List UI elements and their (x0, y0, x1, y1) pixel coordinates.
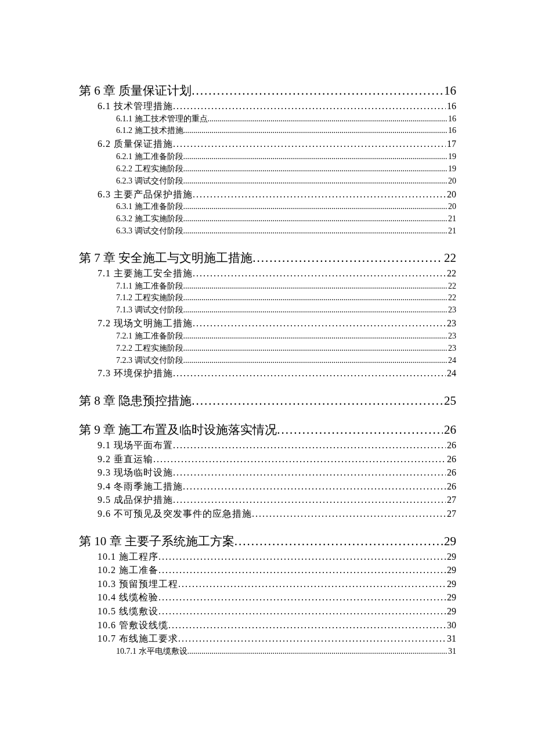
toc-title: 6.1.1 施工技术管理的重点 (116, 114, 208, 125)
toc-title: 9.5 成品保护措施 (98, 494, 173, 506)
toc-leader: ........................................… (158, 550, 446, 563)
toc-leader: ........................................… (183, 226, 448, 237)
toc-leader: ........................................… (183, 343, 448, 354)
toc-entry: 9.6 不可预见及突发事件的应急措施......................… (98, 507, 456, 520)
toc-title: 9.2 垂直运输 (98, 453, 153, 466)
toc-page-number: 22 (446, 267, 456, 280)
toc-page-number: 29 (446, 605, 456, 618)
toc-leader: ........................................… (183, 125, 448, 136)
toc-leader: ........................................… (183, 480, 446, 493)
toc-page-number: 16 (447, 114, 456, 125)
toc-title: 9.6 不可预见及突发事件的应急措施 (98, 507, 252, 520)
toc-entry: 10.5 线缆敷设...............................… (98, 605, 456, 618)
toc-container: 第 6 章 质量保证计划............................… (79, 70, 456, 658)
toc-entry: 6.3.1 施工准备阶段............................… (116, 201, 456, 213)
toc-leader: ........................................… (178, 578, 446, 591)
toc-entry: 第 7 章 安全施工与文明施工措施.......................… (79, 250, 456, 266)
toc-page-number: 31 (447, 646, 456, 657)
toc-page-number: 29 (446, 550, 456, 563)
toc-entry: 6.1.1 施工技术管理的重点.........................… (116, 114, 456, 125)
toc-title: 第 9 章 施工布置及临时设施落实情况 (79, 422, 277, 438)
toc-leader: ........................................… (187, 646, 448, 657)
toc-page-number: 26 (446, 466, 456, 479)
toc-page-number: 21 (447, 226, 456, 237)
toc-entry: 6.1 技术管理措施..............................… (98, 100, 456, 113)
toc-leader: ........................................… (183, 355, 448, 366)
toc-page-number: 23 (446, 317, 456, 330)
toc-entry: 7.1.2 工程实施阶段............................… (116, 293, 456, 304)
toc-entry: 10.7.1 水平电缆敷设...........................… (116, 646, 456, 657)
toc-entry: 10.3 预留预埋工程.............................… (98, 578, 456, 591)
toc-title: 10.4 线缆检验 (98, 591, 158, 604)
toc-leader: ........................................… (192, 84, 443, 98)
toc-page-number: 23 (447, 343, 456, 354)
toc-title: 7.3 环境保护措施 (98, 367, 173, 380)
toc-leader: ........................................… (183, 164, 448, 175)
toc-entry: 10.1 施工程序...............................… (98, 550, 456, 563)
toc-title: 6.2 质量保证措施 (98, 138, 173, 150)
toc-entry: 9.5 成品保护措施..............................… (98, 494, 456, 506)
toc-page-number: 19 (447, 152, 456, 163)
toc-title: 10.7.1 水平电缆敷设 (116, 646, 187, 657)
toc-entry: 7.1.1 施工准备阶段............................… (116, 281, 456, 292)
toc-page-number: 26 (446, 439, 456, 452)
toc-title: 7.1.2 工程实施阶段 (116, 293, 183, 304)
toc-page-number: 20 (447, 201, 456, 213)
toc-title: 第 7 章 安全施工与文明施工措施 (79, 250, 252, 266)
toc-page-number: 16 (447, 125, 456, 136)
toc-leader: ........................................… (173, 494, 446, 506)
toc-page-number: 19 (447, 164, 456, 175)
toc-page-number: 26 (446, 453, 456, 466)
toc-title: 第 8 章 隐患预控措施 (79, 393, 192, 409)
toc-title: 6.2.2 工程实施阶段 (116, 164, 183, 175)
toc-page-number: 22 (447, 281, 456, 292)
toc-leader: ........................................… (183, 331, 448, 342)
toc-entry: 7.1.3 调试交付阶段............................… (116, 305, 456, 316)
toc-entry: 第 6 章 质量保证计划............................… (79, 82, 456, 99)
toc-page-number: 20 (447, 176, 456, 187)
toc-leader: ........................................… (192, 394, 443, 408)
toc-entry: 10.6 管敷设线缆..............................… (98, 619, 456, 632)
toc-leader: ........................................… (173, 138, 446, 150)
toc-page-number: 26 (443, 423, 456, 437)
toc-entry: 6.3 主要产品保护措施............................… (98, 188, 456, 201)
toc-page-number: 25 (443, 394, 456, 408)
toc-entry: 7.1 主要施工安全措施............................… (98, 267, 456, 280)
toc-page-number: 29 (446, 578, 456, 591)
toc-title: 6.1.2 施工技术措施 (116, 125, 183, 136)
toc-leader: ........................................… (252, 251, 443, 265)
toc-page-number: 23 (447, 331, 456, 342)
toc-leader: ........................................… (183, 281, 448, 292)
toc-entry: 第 8 章 隐患预控措施............................… (79, 393, 456, 409)
toc-entry: 6.1.2 施工技术措施............................… (116, 125, 456, 136)
toc-page-number: 20 (446, 188, 456, 201)
toc-title: 7.2.3 调试交付阶段 (116, 355, 183, 366)
toc-entry: 6.2.1 施工准备阶段............................… (116, 152, 456, 163)
toc-entry: 7.3 环境保护措施..............................… (98, 367, 456, 380)
toc-title: 7.2 现场文明施工措施 (98, 317, 193, 330)
toc-entry: 7.2.1 施工准备阶段............................… (116, 331, 456, 342)
toc-entry: 6.3.3 调试交付阶段............................… (116, 226, 456, 237)
toc-title: 10.5 线缆敷设 (98, 605, 158, 618)
toc-leader: ........................................… (252, 507, 446, 520)
toc-page-number: 26 (446, 480, 456, 493)
toc-title: 6.3.1 施工准备阶段 (116, 201, 183, 213)
toc-title: 10.2 施工准备 (98, 564, 158, 577)
toc-leader: ........................................… (183, 214, 448, 225)
toc-page-number: 31 (446, 632, 456, 645)
toc-title: 9.3 现场临时设施 (98, 466, 173, 479)
toc-title: 9.1 现场平面布置 (98, 439, 173, 452)
toc-page-number: 29 (443, 534, 456, 549)
toc-title: 7.1.1 施工准备阶段 (116, 281, 183, 292)
toc-page-number: 22 (443, 251, 456, 265)
toc-page-number: 24 (447, 355, 456, 366)
toc-title: 10.7 布线施工要求 (98, 632, 178, 645)
toc-leader: ........................................… (193, 267, 446, 280)
toc-leader: ........................................… (193, 317, 446, 330)
toc-entry: 7.2.3 调试交付阶段............................… (116, 355, 456, 366)
toc-page-number: 29 (446, 564, 456, 577)
toc-title: 9.4 冬雨季施工措施 (98, 480, 183, 493)
toc-entry: 10.2 施工准备...............................… (98, 564, 456, 577)
toc-leader: ........................................… (158, 605, 446, 618)
toc-entry: 10.7 布线施工要求.............................… (98, 632, 456, 645)
